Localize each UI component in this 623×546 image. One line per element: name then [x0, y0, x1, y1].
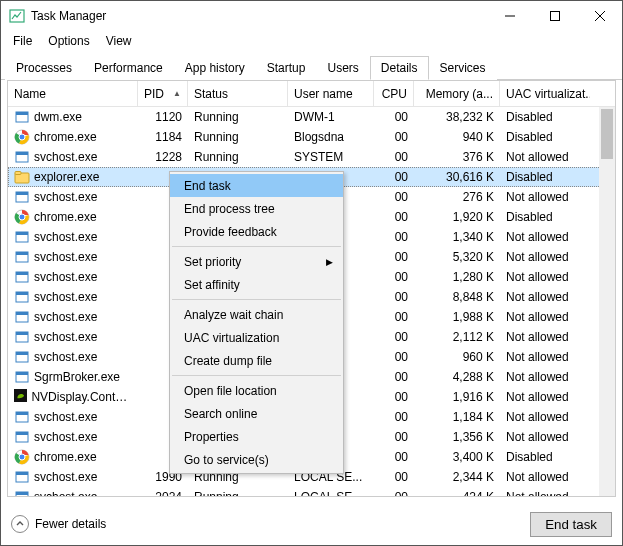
- scrollbar-thumb[interactable]: [601, 109, 613, 159]
- sort-indicator-icon: ▲: [173, 89, 181, 98]
- context-menu-item[interactable]: Create dump file: [170, 349, 343, 372]
- cell-user: SYSTEM: [288, 150, 374, 164]
- cell-mem: 1,988 K: [414, 310, 500, 324]
- context-menu-item[interactable]: Analyze wait chain: [170, 303, 343, 326]
- process-name: NVDisplay.Container...: [31, 390, 132, 404]
- tab-app-history[interactable]: App history: [174, 56, 256, 80]
- context-menu-item[interactable]: Set affinity: [170, 273, 343, 296]
- menu-view[interactable]: View: [100, 32, 138, 50]
- cell-mem: 2,344 K: [414, 470, 500, 484]
- svg-rect-2: [550, 12, 559, 21]
- menu-separator: [172, 375, 341, 376]
- cell-uac: Not allowed: [500, 230, 590, 244]
- fewer-details-toggle[interactable]: Fewer details: [11, 515, 106, 533]
- col-cpu[interactable]: CPU: [374, 81, 414, 106]
- tab-performance[interactable]: Performance: [83, 56, 174, 80]
- process-icon: [14, 449, 30, 465]
- process-name: svchost.exe: [34, 150, 97, 164]
- svg-point-42: [19, 454, 25, 460]
- cell-uac: Not allowed: [500, 350, 590, 364]
- svg-rect-30: [16, 332, 28, 335]
- cell-mem: 5,320 K: [414, 250, 500, 264]
- tab-processes[interactable]: Processes: [5, 56, 83, 80]
- context-menu: End taskEnd process treeProvide feedback…: [169, 171, 344, 474]
- cell-status: Running: [188, 110, 288, 124]
- context-menu-item[interactable]: Search online: [170, 402, 343, 425]
- col-uac[interactable]: UAC virtualizat..: [500, 81, 590, 106]
- cell-mem: 1,916 K: [414, 390, 500, 404]
- cell-user: LOCAL SE...: [288, 490, 374, 496]
- process-icon: [14, 469, 30, 485]
- menu-separator: [172, 299, 341, 300]
- process-icon: [14, 109, 30, 125]
- cell-mem: 8,848 K: [414, 290, 500, 304]
- table-row[interactable]: svchost.exe2024RunningLOCAL SE...00424 K…: [8, 487, 615, 496]
- titlebar: Task Manager: [1, 1, 622, 31]
- process-icon: [14, 149, 30, 165]
- process-name: svchost.exe: [34, 330, 97, 344]
- col-pid[interactable]: PID▲: [138, 81, 188, 106]
- process-name: svchost.exe: [34, 290, 97, 304]
- process-icon: [14, 229, 30, 245]
- window-title: Task Manager: [31, 9, 487, 23]
- cell-cpu: 00: [374, 250, 414, 264]
- cell-pid: 2024: [138, 490, 188, 496]
- menu-separator: [172, 246, 341, 247]
- fewer-details-label: Fewer details: [35, 517, 106, 531]
- cell-cpu: 00: [374, 150, 414, 164]
- svg-rect-28: [16, 312, 28, 315]
- cell-status: Running: [188, 490, 288, 496]
- cell-uac: Not allowed: [500, 150, 590, 164]
- col-mem[interactable]: Memory (a...: [414, 81, 500, 106]
- end-task-button[interactable]: End task: [530, 512, 612, 537]
- process-icon: [14, 389, 27, 405]
- process-name: svchost.exe: [34, 410, 97, 424]
- context-menu-item[interactable]: UAC virtualization: [170, 326, 343, 349]
- context-menu-item[interactable]: Properties: [170, 425, 343, 448]
- col-status[interactable]: Status: [188, 81, 288, 106]
- svg-rect-0: [10, 10, 24, 22]
- process-name: chrome.exe: [34, 130, 97, 144]
- svg-rect-26: [16, 292, 28, 295]
- process-name: svchost.exe: [34, 190, 97, 204]
- tabbar: Processes Performance App history Startu…: [1, 51, 622, 80]
- process-name: chrome.exe: [34, 450, 97, 464]
- menubar: File Options View: [1, 31, 622, 51]
- close-button[interactable]: [577, 1, 622, 31]
- cell-mem: 1,280 K: [414, 270, 500, 284]
- process-name: svchost.exe: [34, 230, 97, 244]
- process-icon: [14, 369, 30, 385]
- cell-uac: Not allowed: [500, 470, 590, 484]
- cell-mem: 30,616 K: [414, 170, 500, 184]
- tab-services[interactable]: Services: [429, 56, 497, 80]
- menu-options[interactable]: Options: [42, 32, 95, 50]
- window-controls: [487, 1, 622, 31]
- cell-mem: 376 K: [414, 150, 500, 164]
- col-user[interactable]: User name: [288, 81, 374, 106]
- context-menu-item[interactable]: End task: [170, 174, 343, 197]
- svg-rect-6: [16, 112, 28, 115]
- context-menu-item[interactable]: Set priority▶: [170, 250, 343, 273]
- cell-cpu: 00: [374, 290, 414, 304]
- tab-startup[interactable]: Startup: [256, 56, 317, 80]
- minimize-button[interactable]: [487, 1, 532, 31]
- cell-uac: Disabled: [500, 210, 590, 224]
- context-menu-item[interactable]: Open file location: [170, 379, 343, 402]
- taskmgr-icon: [9, 8, 25, 24]
- context-menu-item[interactable]: Go to service(s): [170, 448, 343, 471]
- vertical-scrollbar[interactable]: [599, 107, 615, 496]
- cell-uac: Not allowed: [500, 330, 590, 344]
- menu-file[interactable]: File: [7, 32, 38, 50]
- context-menu-item[interactable]: End process tree: [170, 197, 343, 220]
- table-row[interactable]: svchost.exe1228RunningSYSTEM00376 KNot a…: [8, 147, 615, 167]
- table-row[interactable]: chrome.exe1184RunningBlogsdna00940 KDisa…: [8, 127, 615, 147]
- context-menu-item[interactable]: Provide feedback: [170, 220, 343, 243]
- cell-status: Running: [188, 130, 288, 144]
- tab-users[interactable]: Users: [316, 56, 369, 80]
- svg-rect-34: [16, 372, 28, 375]
- col-name[interactable]: Name: [8, 81, 138, 106]
- table-row[interactable]: dwm.exe1120RunningDWM-10038,232 KDisable…: [8, 107, 615, 127]
- maximize-button[interactable]: [532, 1, 577, 31]
- cell-uac: Not allowed: [500, 290, 590, 304]
- tab-details[interactable]: Details: [370, 56, 429, 80]
